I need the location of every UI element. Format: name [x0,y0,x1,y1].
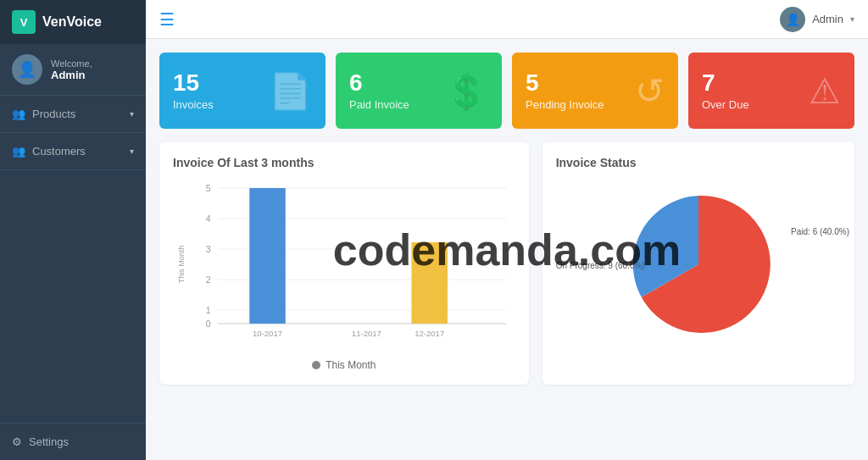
pie-chart-title: Invoice Status [556,156,841,169]
warning-icon: ⚠ [809,70,841,112]
settings-label: Settings [29,435,69,448]
svg-text:11-2017: 11-2017 [352,330,381,338]
svg-text:1: 1 [206,306,211,315]
settings-icon: ⚙ [12,435,22,448]
legend-label: This Month [326,359,376,371]
chevron-down-icon: ▾ [130,109,134,119]
products-icon: 👥 [12,108,25,120]
sidebar-logo: V VenVoice [0,0,146,44]
sidebar: V VenVoice 👤 Welcome, Admin 👥 Products ▾… [0,0,146,460]
sidebar-item-label: Customers [32,145,86,158]
paid-label: Paid Invoice [349,98,409,111]
svg-text:4: 4 [206,214,211,224]
main-content: ☰ 👤 Admin ▾ codemanda.com 15 Invoices 📄 … [146,0,868,460]
stat-card-invoices: 15 Invoices 📄 [159,53,326,129]
pie-chart-card: Invoice Status On Progress: 9 (60.0%) Pa… [542,142,854,385]
svg-text:12-2017: 12-2017 [415,330,444,338]
svg-text:2: 2 [206,275,211,285]
welcome-text: Welcome, [51,58,92,69]
avatar: 👤 [12,54,42,85]
sidebar-item-label: Products [32,108,75,120]
dashboard: codemanda.com 15 Invoices 📄 6 Paid Invoi… [146,39,868,460]
app-name: VenVoice [42,14,102,30]
refresh-icon: ↺ [635,70,665,112]
logo-icon: V [12,10,36,34]
sidebar-item-settings[interactable]: ⚙ Settings [0,423,146,460]
sidebar-user: 👤 Welcome, Admin [0,44,146,96]
user-info: Welcome, Admin [51,58,92,81]
sidebar-nav: 👥 Products ▾ 👥 Customers ▾ [0,96,146,423]
topbar-right: 👤 Admin ▾ [780,7,854,32]
pie-legend-progress: On Progress: 9 (60.0%) [556,261,645,270]
svg-text:3: 3 [206,245,211,254]
admin-label[interactable]: Admin [812,13,843,25]
bar-chart-title: Invoice Of Last 3 months [173,156,515,169]
customers-icon: 👥 [12,145,25,158]
bar-oct [249,188,285,324]
stat-card-pending: 5 Pending Invoice ↺ [512,53,678,129]
dollar-icon: 💲 [444,70,488,112]
stat-card-overdue: 7 Over Due ⚠ [688,53,854,129]
charts-row: Invoice Of Last 3 months 0 1 2 3 4 5 [159,142,854,385]
bar-chart-legend: This Month [173,359,515,371]
pie-chart-area: On Progress: 9 (60.0%) Paid: 6 (40.0%) [556,180,841,349]
pie-svg [622,188,775,341]
svg-text:10-2017: 10-2017 [253,330,282,338]
hamburger-icon[interactable]: ☰ [159,9,175,30]
invoices-count: 15 [173,71,214,95]
chevron-down-icon: ▾ [850,14,854,24]
overdue-label: Over Due [702,98,749,111]
stats-row: 15 Invoices 📄 6 Paid Invoice 💲 5 Pending… [159,53,854,129]
svg-text:This Month: This Month [177,246,186,283]
stat-card-paid: 6 Paid Invoice 💲 [336,53,502,129]
sidebar-item-customers[interactable]: 👥 Customers ▾ [0,133,146,170]
overdue-count: 7 [702,71,749,95]
svg-text:5: 5 [206,184,211,193]
bar-dec [411,242,447,324]
logo-initial: V [20,16,28,29]
chevron-down-icon: ▾ [130,147,134,156]
bar-chart-card: Invoice Of Last 3 months 0 1 2 3 4 5 [159,142,529,385]
legend-dot [312,361,320,369]
svg-text:0: 0 [206,319,211,329]
sidebar-item-products[interactable]: 👥 Products ▾ [0,96,146,133]
invoices-label: Invoices [173,98,214,111]
user-name: Admin [51,69,92,81]
topbar: ☰ 👤 Admin ▾ [146,0,868,39]
pending-count: 5 [526,71,604,95]
pending-label: Pending Invoice [526,98,604,111]
admin-avatar: 👤 [780,7,805,32]
bar-chart-svg: 0 1 2 3 4 5 This Month 10-2017 11-2017 [173,180,515,349]
pie-legend-paid: Paid: 6 (40.0%) [791,227,849,236]
paid-count: 6 [349,71,409,95]
document-icon: 📄 [268,70,312,112]
